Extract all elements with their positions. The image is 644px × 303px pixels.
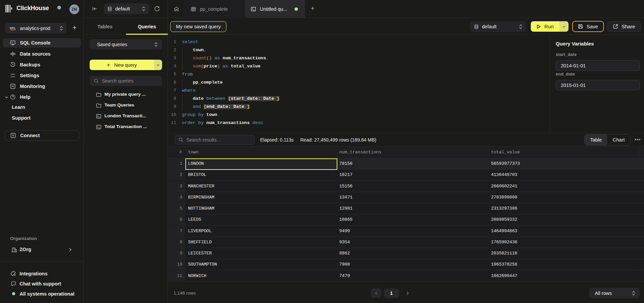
svg-text:aws: aws <box>10 26 15 29</box>
